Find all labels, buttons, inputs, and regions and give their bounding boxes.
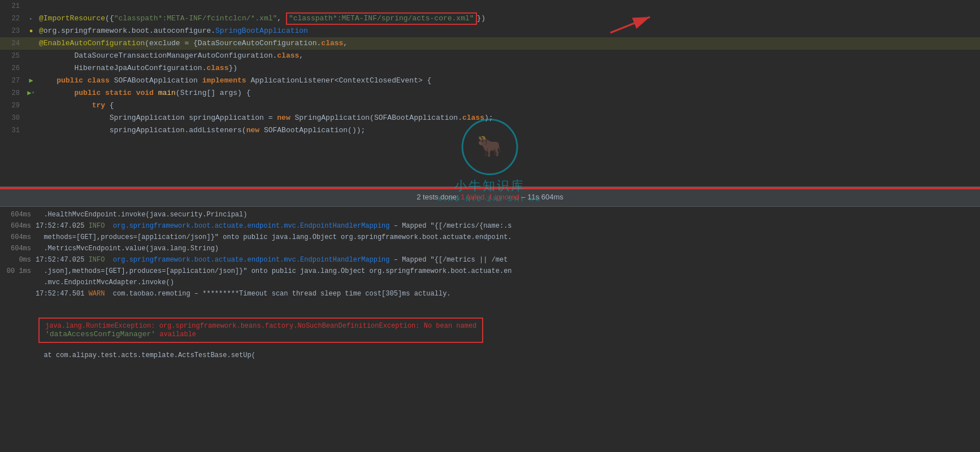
progress-bar-container [0,187,980,189]
code-editor: 21 22 ▸ @ImportResource({"classpath*:MET… [0,0,980,186]
console-area: 604ms .HealthMvcEndpoint.invoke(java.sec… [0,207,980,363]
log-line-mvc: .mvc.EndpointMvcAdapter.invoke() [0,277,980,288]
log-line-metrics: 604ms .MetricsMvcEndpoint.value(java.lan… [0,243,980,254]
failed-label: 1 failed, 1 ignored [461,193,519,201]
test-runner-bar: 2 tests done: 1 failed, 1 ignored – 11s … [0,186,980,207]
exception-line1: java.lang.RuntimeException: org.springfr… [45,322,476,330]
code-line-26: 26 HibernateJpaAutoConfiguration.class}) [0,62,980,75]
code-line-23: 23 ● @org.springframework.boot.autoconfi… [0,25,980,37]
log-line-footer: at com.alipay.test.acts.template.ActsTes… [0,350,980,361]
code-line-30: 30 SpringApplication springApplication =… [0,112,980,124]
code-line-31: 31 springApplication.addListeners(new SO… [0,124,980,137]
exception-line2: 'dataAccessConfigManager' available [45,330,476,338]
tests-done-label: 2 tests done: [417,193,461,201]
duration-label: – 11s 604ms [519,193,563,201]
progress-bar [0,187,980,189]
code-line-24: 24 @EnableAutoConfiguration(exclude = {D… [0,37,980,50]
run-icon[interactable]: ▶ [29,75,33,87]
run-icon-2[interactable]: ▶ [27,87,31,99]
log-line-info2: 0ms 17:52:47.025 INFO org.springframewor… [0,254,980,266]
code-line-29: 29 try { [0,99,980,112]
code-line-22: 22 ▸ @ImportResource({"classpath*:META-I… [0,12,980,25]
log-line-info1: 604ms 17:52:47.025 INFO org.springframew… [0,220,980,232]
log-line-info2-cont: 00 1ms .json],methods=[GET],produces=[ap… [0,266,980,277]
log-line-empty [0,299,980,311]
warning-dot: ● [29,25,33,37]
fold-icon-2: ▾ [32,87,35,99]
code-line-27: 27 ▶ public class SOFABootApplication im… [0,75,980,87]
code-line-28: 28 ▶▾ public static void main(String[] a… [0,87,980,99]
exception-box: java.lang.RuntimeException: org.springfr… [38,318,483,343]
log-line-warn: 17:52:47.501 WARN com.taobao.remoting – … [0,288,980,299]
exception-container: java.lang.RuntimeException: org.springfr… [34,313,946,347]
code-line-25: 25 DataSourceTransactionManagerAutoConfi… [0,50,980,62]
code-line-21: 21 [0,0,980,12]
log-line-health: 604ms .HealthMvcEndpoint.invoke(java.sec… [0,209,980,220]
log-line-info1-cont: 604ms methods=[GET],produces=[applicatio… [0,232,980,243]
test-status: 2 tests done: 1 failed, 1 ignored – 11s … [417,193,563,201]
fold-icon: ▸ [29,13,33,25]
